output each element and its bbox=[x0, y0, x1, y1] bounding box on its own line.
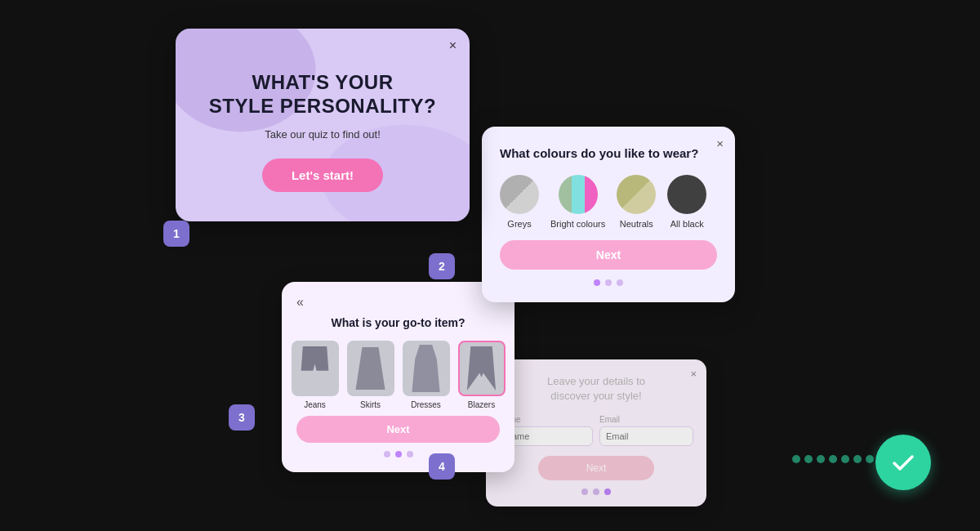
color-option-neutrals[interactable]: Neutrals bbox=[617, 175, 656, 229]
card4-title: Leave your details to discover your styl… bbox=[499, 374, 693, 404]
dot-1 bbox=[384, 451, 390, 457]
color-option-greys[interactable]: Greys bbox=[500, 175, 539, 229]
dot-1 bbox=[594, 279, 600, 286]
dot-3 bbox=[604, 489, 611, 495]
card3-back-button[interactable]: « bbox=[296, 295, 304, 310]
completion-checkmark bbox=[875, 435, 931, 490]
card-3-clothing: « What is your go-to item? Jeans Skirts … bbox=[282, 282, 514, 472]
card3-title: What is your go-to item? bbox=[296, 316, 500, 329]
card2-close-button[interactable]: × bbox=[716, 136, 724, 150]
card-2-colours: × What colours do you like to wear? Grey… bbox=[482, 127, 735, 302]
card4-progress-dots bbox=[499, 489, 693, 495]
grey-circle bbox=[500, 175, 539, 214]
clothing-jeans[interactable]: Jeans bbox=[292, 341, 339, 409]
bright-circle bbox=[559, 175, 598, 214]
card4-fields: Name Email bbox=[499, 415, 693, 446]
dot-1 bbox=[581, 489, 588, 495]
dot-3 bbox=[617, 279, 623, 286]
grey-label: Greys bbox=[507, 219, 531, 229]
step-badge-1: 1 bbox=[163, 221, 189, 247]
dresses-label: Dresses bbox=[411, 400, 441, 409]
dresses-image bbox=[403, 341, 450, 396]
neutral-label: Neutrals bbox=[620, 219, 653, 229]
dot-2 bbox=[395, 451, 402, 457]
card4-next-button[interactable]: Next bbox=[538, 456, 655, 480]
card2-next-button[interactable]: Next bbox=[500, 240, 717, 270]
step-badge-3: 3 bbox=[229, 404, 255, 431]
skirts-image bbox=[347, 341, 394, 396]
card-1-intro: × WHAT'S YOUR STYLE PERSONALITY? Take ou… bbox=[176, 29, 470, 221]
dash-5 bbox=[841, 455, 849, 463]
card4-close-button[interactable]: × bbox=[690, 368, 697, 380]
bright-label: Bright colours bbox=[550, 219, 605, 229]
dot-3 bbox=[407, 451, 413, 457]
jeans-image bbox=[292, 341, 339, 396]
step-badge-4: 4 bbox=[429, 453, 455, 480]
dash-6 bbox=[853, 455, 862, 463]
dash-1 bbox=[792, 455, 800, 463]
card3-progress-dots bbox=[296, 451, 500, 457]
color-options: Greys Bright colours Neutrals All black bbox=[500, 175, 717, 229]
step-badge-2: 2 bbox=[429, 253, 455, 279]
dash-7 bbox=[866, 455, 874, 463]
blazers-image bbox=[458, 341, 506, 396]
clothing-skirts[interactable]: Skirts bbox=[347, 341, 394, 409]
neutral-circle bbox=[617, 175, 656, 214]
card2-title: What colours do you like to wear? bbox=[500, 146, 717, 160]
progress-line bbox=[792, 455, 874, 463]
clothing-options: Jeans Skirts Dresses Blazers bbox=[296, 341, 500, 409]
blazer-shape bbox=[464, 346, 500, 390]
color-option-black[interactable]: All black bbox=[667, 175, 706, 229]
dot-2 bbox=[605, 279, 612, 286]
dash-3 bbox=[817, 455, 825, 463]
dash-4 bbox=[829, 455, 837, 463]
dress-shape bbox=[411, 345, 442, 392]
card1-subtitle: Take our quiz to find out! bbox=[202, 128, 443, 141]
dot-2 bbox=[593, 489, 599, 495]
black-label: All black bbox=[670, 219, 704, 229]
email-input[interactable] bbox=[599, 426, 693, 446]
dash-2 bbox=[804, 455, 813, 463]
clothing-dresses[interactable]: Dresses bbox=[403, 341, 450, 409]
email-label: Email bbox=[599, 415, 693, 424]
clothing-blazers[interactable]: Blazers bbox=[458, 341, 506, 409]
card3-next-button[interactable]: Next bbox=[296, 416, 500, 443]
email-field-wrapper: Email bbox=[599, 415, 693, 446]
card2-progress-dots bbox=[500, 279, 717, 286]
black-circle bbox=[667, 175, 706, 214]
blazers-label: Blazers bbox=[468, 400, 495, 409]
card1-title: WHAT'S YOUR STYLE PERSONALITY? bbox=[202, 71, 443, 118]
skirts-label: Skirts bbox=[360, 400, 381, 409]
card-4-details: × Leave your details to discover your st… bbox=[486, 359, 706, 506]
lets-start-button[interactable]: Let's start! bbox=[262, 158, 383, 192]
jeans-shape bbox=[298, 346, 332, 391]
skirt-shape bbox=[354, 347, 387, 390]
card1-close-button[interactable]: × bbox=[449, 38, 457, 53]
jeans-label: Jeans bbox=[304, 400, 326, 409]
color-option-bright[interactable]: Bright colours bbox=[550, 175, 605, 229]
